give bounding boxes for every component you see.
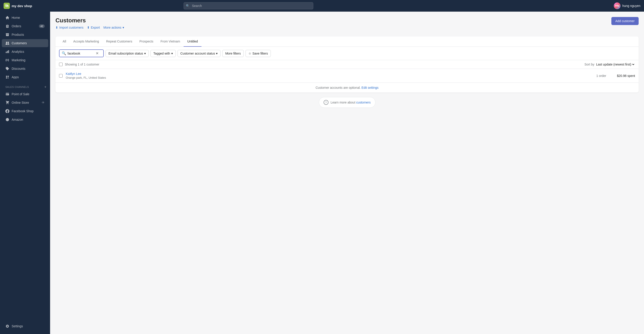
import-icon: ⬇ — [56, 26, 58, 29]
sidebar-item-amazon[interactable]: Amazon — [2, 116, 48, 124]
sort-selector: Sort by Last update (newest first) — [584, 62, 635, 66]
sidebar-item-settings[interactable]: Settings — [2, 322, 48, 330]
amazon-icon — [5, 118, 10, 122]
export-icon: ⬆ — [87, 26, 90, 29]
more-filters-button[interactable]: More filters — [222, 50, 244, 57]
svg-point-0 — [6, 118, 9, 121]
global-search: 🔍 — [184, 2, 313, 10]
tab-prospects[interactable]: Prospects — [136, 36, 157, 47]
home-icon — [5, 16, 10, 20]
learn-more-text: Learn more about customers — [331, 100, 371, 104]
action-bar: ⬇ Import customers ⬆ Export More actions… — [56, 26, 124, 29]
sidebar-label-marketing: Marketing — [12, 58, 25, 62]
analytics-icon — [5, 50, 10, 54]
top-navigation: 🛍 my dev shop 🔍 HN hung nguyen — [0, 0, 644, 12]
results-bar: Showing 1 of 1 customer Sort by Last upd… — [56, 60, 639, 69]
sidebar-item-apps[interactable]: Apps — [2, 73, 48, 81]
results-count: Showing 1 of 1 customer — [59, 62, 99, 66]
add-sales-channel-button[interactable]: + — [44, 85, 46, 89]
pos-icon — [5, 92, 10, 96]
shopify-icon: 🛍 — [4, 3, 10, 9]
sidebar-item-orders[interactable]: Orders 42 — [2, 22, 48, 30]
online-store-visibility-icon: 👁 — [42, 101, 45, 104]
orders-badge: 42 — [39, 24, 45, 28]
help-icon: ? — [324, 100, 328, 105]
save-filters-button[interactable]: ☆ Save filters — [246, 50, 271, 57]
tab-all[interactable]: All — [59, 36, 70, 47]
star-icon: ☆ — [248, 52, 251, 55]
footer-note: Customer accounts are optional. Edit set… — [56, 83, 639, 92]
sidebar-bottom: Settings — [0, 320, 50, 332]
customer-orders: 1 order — [596, 74, 606, 78]
sidebar-label-home: Home — [12, 16, 20, 20]
sidebar-label-settings: Settings — [12, 324, 23, 328]
customers-icon — [5, 41, 10, 45]
brand-logo[interactable]: 🛍 my dev shop — [4, 3, 32, 9]
sidebar-label-facebook-shop: Facebook Shop — [12, 109, 34, 113]
sidebar-item-products[interactable]: Products — [2, 31, 48, 39]
search-icon: 🔍 — [186, 4, 190, 8]
export-link[interactable]: ⬆ Export — [87, 26, 100, 29]
global-search-input[interactable] — [184, 2, 313, 10]
customer-info: Kaitlyn Lee Orange park, FL, United Stat… — [66, 72, 596, 79]
page-title: Customers — [56, 17, 124, 24]
sidebar-item-customers[interactable]: Customers — [2, 39, 48, 47]
sidebar-item-marketing[interactable]: Marketing — [2, 56, 48, 64]
sort-dropdown[interactable]: Last update (newest first) — [595, 62, 635, 66]
avatar: HN — [614, 2, 620, 9]
add-customer-button[interactable]: Add customer — [611, 17, 639, 25]
sidebar-label-online-store: Online Store — [12, 101, 29, 104]
sidebar-label-discounts: Discounts — [12, 67, 25, 70]
tab-untitled[interactable]: Untitled — [184, 36, 201, 47]
customer-spent: $20.98 spent — [617, 74, 635, 78]
sidebar-item-online-store[interactable]: Online Store 👁 — [2, 98, 48, 107]
settings-icon — [5, 324, 10, 328]
search-filter-icon: 🔍 — [62, 51, 66, 56]
sidebar-item-analytics[interactable]: Analytics — [2, 48, 48, 56]
learn-more-link[interactable]: customers — [356, 100, 371, 104]
clear-search-button[interactable]: ✕ — [96, 52, 98, 55]
user-menu[interactable]: HN hung nguyen — [614, 2, 640, 9]
marketing-icon — [5, 58, 10, 62]
chevron-down-icon: ▾ — [122, 26, 124, 29]
import-customers-link[interactable]: ⬇ Import customers — [56, 26, 84, 29]
customer-name: Kaitlyn Lee — [66, 72, 596, 76]
sidebar-label-products: Products — [12, 33, 24, 36]
chevron-down-icon: ▾ — [171, 52, 173, 55]
customer-row[interactable]: Kaitlyn Lee Orange park, FL, United Stat… — [56, 69, 639, 83]
search-filter-input[interactable] — [68, 52, 94, 55]
sidebar-item-home[interactable]: Home — [2, 14, 48, 22]
more-actions-link[interactable]: More actions ▾ — [104, 26, 124, 29]
learn-more-bubble: ? Learn more about customers — [319, 97, 376, 108]
sidebar-label-orders: Orders — [12, 24, 21, 28]
sidebar-label-apps: Apps — [12, 75, 19, 79]
tab-from-vietnam[interactable]: From Vietnam — [157, 36, 184, 47]
edit-settings-link[interactable]: Edit settings — [362, 86, 378, 90]
sidebar-label-customers: Customers — [12, 41, 27, 45]
main-content: Customers ⬇ Import customers ⬆ Export Mo… — [50, 12, 644, 334]
sidebar-label-pos: Point of Sale — [12, 92, 29, 96]
tab-bar: All Accepts Marketing Repeat Customers P… — [56, 36, 639, 47]
sidebar: Home Orders 42 Products Customers Analyt… — [0, 12, 50, 334]
tagged-with-filter[interactable]: Tagged with ▾ — [150, 50, 176, 57]
tab-accepts-marketing[interactable]: Accepts Marketing — [70, 36, 103, 47]
customer-account-status-filter[interactable]: Customer account status ▾ — [178, 50, 221, 57]
page-header: Customers ⬇ Import customers ⬆ Export Mo… — [56, 17, 639, 33]
apps-icon — [5, 75, 10, 79]
facebook-icon — [5, 109, 10, 113]
chevron-down-icon: ▾ — [144, 52, 146, 55]
brand-name: my dev shop — [12, 4, 32, 8]
customer-checkbox[interactable] — [59, 74, 62, 78]
online-store-icon — [5, 100, 10, 105]
select-all-checkbox[interactable] — [59, 62, 62, 66]
tab-repeat-customers[interactable]: Repeat Customers — [103, 36, 136, 47]
email-subscription-filter[interactable]: Email subscription status ▾ — [106, 50, 149, 57]
sidebar-item-pos[interactable]: Point of Sale — [2, 90, 48, 98]
discounts-icon — [5, 66, 10, 71]
sidebar-item-discounts[interactable]: Discounts — [2, 64, 48, 73]
sales-channels-section: SALES CHANNELS + — [0, 82, 50, 90]
search-filter-wrapper: 🔍 ✕ — [59, 50, 104, 57]
customer-location: Orange park, FL, United States — [66, 76, 596, 79]
sidebar-item-facebook-shop[interactable]: Facebook Shop — [2, 107, 48, 115]
products-icon — [5, 33, 10, 37]
